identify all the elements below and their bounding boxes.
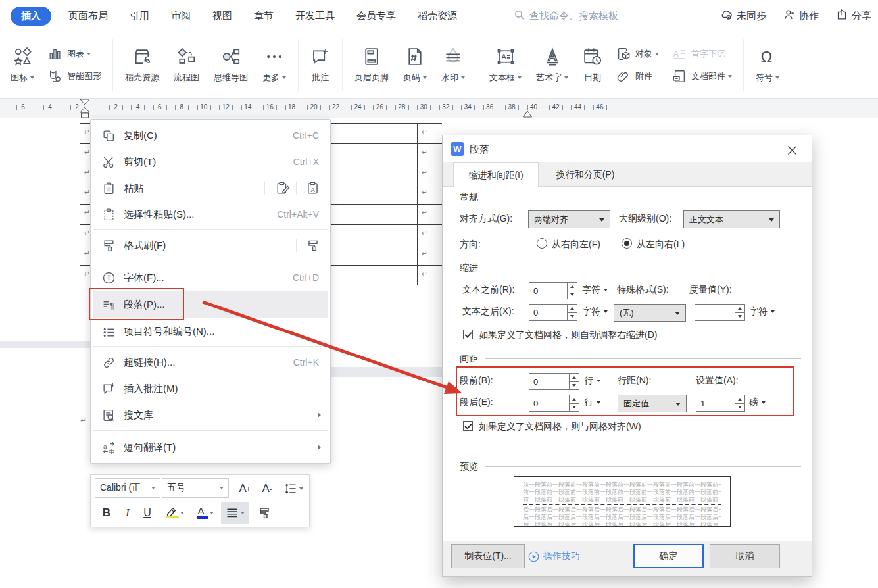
paste-keep-format-button[interactable] — [274, 180, 291, 197]
spin-up-icon[interactable] — [735, 395, 744, 404]
spin-down-icon[interactable] — [568, 313, 577, 321]
share-button[interactable]: 分享 — [836, 9, 871, 23]
menu-item-hyperlink[interactable]: 超链接(H)... Ctrl+K — [93, 349, 328, 376]
spin-down-icon[interactable] — [735, 404, 744, 412]
object-button[interactable]: 对象 — [616, 47, 659, 61]
menu-item-cut[interactable]: 剪切(T) Ctrl+X — [93, 149, 328, 175]
tab-view[interactable]: 视图 — [212, 10, 232, 22]
right-indent-marker[interactable] — [522, 110, 533, 118]
wordart-button[interactable]: 艺术字 — [529, 47, 575, 84]
tab-dev-tools[interactable]: 开发工具 — [295, 10, 335, 22]
attachment-button[interactable]: 附件 — [616, 69, 659, 84]
alignment-dropdown[interactable]: 两端对齐 — [528, 210, 610, 228]
mindmap-button[interactable]: 思维导图 — [207, 47, 255, 84]
menu-item-translate[interactable]: a中 短句翻译(T) — [93, 434, 328, 460]
indent-before-unit[interactable]: 字符 — [582, 284, 608, 296]
font-size-combo[interactable]: 五号 — [162, 478, 229, 498]
comment-button[interactable]: 批注 — [303, 47, 337, 84]
menu-item-paragraph[interactable]: ¶ 段落(P)... — [93, 291, 328, 318]
indent-before-input[interactable] — [529, 283, 567, 299]
indent-after-unit[interactable]: 字符 — [582, 306, 608, 318]
spin-down-icon[interactable] — [735, 313, 744, 321]
tab-section[interactable]: 章节 — [254, 10, 274, 22]
header-footer-button[interactable]: 页眉页脚 — [347, 47, 396, 84]
measure-input[interactable] — [695, 305, 735, 320]
increase-font-icon[interactable] — [234, 479, 255, 499]
sync-status[interactable]: 未同步 — [719, 8, 766, 24]
docer-resources-button[interactable]: 稻壳资源 — [118, 47, 166, 84]
set-value-spinner[interactable] — [696, 395, 745, 412]
menu-item-font[interactable]: 字体(F)... Ctrl+D — [93, 264, 328, 291]
command-search-box[interactable]: 查找命令、搜索模板 — [514, 0, 618, 32]
date-button[interactable]: 日期 — [575, 47, 610, 84]
menu-item-bullets-numbering[interactable]: 项目符号和编号(N)... — [93, 318, 328, 345]
indent-after-spinner[interactable] — [529, 304, 577, 321]
spin-up-icon[interactable] — [568, 283, 577, 291]
set-value-unit[interactable]: 磅 — [749, 397, 766, 408]
indent-after-input[interactable] — [529, 305, 567, 320]
direction-ltr-radio[interactable] — [622, 238, 632, 249]
tab-references[interactable]: 引用 — [130, 10, 149, 22]
tab-line-and-page-breaks[interactable]: 换行和分页(P) — [541, 162, 629, 187]
auto-adjust-indent-checkbox[interactable] — [463, 330, 473, 339]
outline-level-dropdown[interactable]: 正文文本 — [683, 210, 780, 228]
indent-before-spinner[interactable] — [529, 282, 577, 299]
space-after-input[interactable] — [529, 395, 569, 411]
font-color-button[interactable]: A — [191, 502, 217, 524]
spin-down-icon[interactable] — [568, 291, 577, 299]
symbol-button[interactable]: Ω 符号 — [748, 47, 787, 84]
measure-unit[interactable]: 字符 — [749, 306, 775, 318]
space-after-unit[interactable]: 行 — [584, 397, 600, 408]
align-button[interactable] — [221, 502, 249, 524]
menu-item-paste-special[interactable]: 选择性粘贴(S)... Ctrl+Alt+V — [93, 201, 328, 228]
underline-button[interactable]: U — [138, 502, 157, 524]
line-spacing-dropdown[interactable]: 固定值 — [618, 395, 687, 412]
menu-item-paste[interactable]: 粘贴 A — [93, 175, 328, 201]
spin-down-icon[interactable] — [570, 404, 579, 412]
menu-item-copy[interactable]: 复制(C) Ctrl+C — [93, 122, 328, 149]
space-before-spinner[interactable] — [529, 373, 579, 390]
icons-button[interactable]: 图标 — [3, 47, 41, 84]
tabs-button[interactable]: 制表位(T)... — [451, 544, 525, 568]
space-before-input[interactable] — [529, 374, 569, 389]
spin-down-icon[interactable] — [570, 382, 579, 390]
direction-rtl-radio[interactable] — [537, 238, 547, 249]
smartart-button[interactable]: 智能图形 — [48, 69, 101, 84]
tab-insert-active[interactable]: 插入 — [11, 7, 51, 26]
font-name-combo[interactable]: Calibri (正 — [95, 478, 160, 498]
menu-item-search-library[interactable]: 搜文库 — [93, 402, 328, 428]
bold-button[interactable]: B — [97, 502, 116, 524]
chart-button[interactable]: 图表 — [48, 47, 101, 61]
flowchart-button[interactable]: 流程图 — [166, 47, 207, 84]
format-painter-apply-button[interactable] — [305, 237, 322, 254]
spin-up-icon[interactable] — [570, 374, 579, 382]
close-icon[interactable] — [784, 142, 800, 158]
spin-up-icon[interactable] — [568, 305, 577, 313]
set-value-input[interactable] — [696, 395, 735, 411]
measure-spinner[interactable] — [695, 304, 745, 321]
indent-markers[interactable] — [80, 99, 90, 118]
dialog-titlebar[interactable]: W 段落 — [443, 135, 812, 162]
space-before-unit[interactable]: 行 — [584, 375, 600, 387]
decrease-font-icon[interactable] — [256, 479, 278, 499]
paste-text-only-button[interactable]: A — [305, 180, 322, 197]
tab-member[interactable]: 会员专享 — [356, 10, 396, 22]
more-button[interactable]: 更多 — [255, 47, 293, 84]
tab-review[interactable]: 审阅 — [171, 10, 191, 22]
tab-page-layout[interactable]: 页面布局 — [68, 10, 108, 22]
textbox-button[interactable]: A 文本框 — [482, 47, 529, 84]
tab-indent-and-spacing[interactable]: 缩进和间距(I) — [453, 162, 539, 187]
tab-docer[interactable]: 稻壳资源 — [418, 10, 457, 22]
highlight-color-button[interactable] — [160, 502, 187, 524]
snap-to-grid-checkbox[interactable] — [463, 421, 473, 431]
ok-button[interactable]: 确定 — [633, 544, 704, 568]
special-format-dropdown[interactable]: (无) — [614, 304, 686, 322]
line-spacing-button[interactable] — [280, 479, 306, 499]
spin-up-icon[interactable] — [735, 305, 744, 313]
format-painter-button[interactable] — [254, 502, 275, 524]
cancel-button[interactable]: 取消 — [710, 544, 780, 568]
page-number-button[interactable]: 页码 — [396, 47, 434, 84]
tips-link[interactable]: 操作技巧 — [528, 551, 580, 562]
collaborate-button[interactable]: 协作 — [783, 9, 819, 23]
watermark-button[interactable]: 水印 — [434, 47, 472, 84]
